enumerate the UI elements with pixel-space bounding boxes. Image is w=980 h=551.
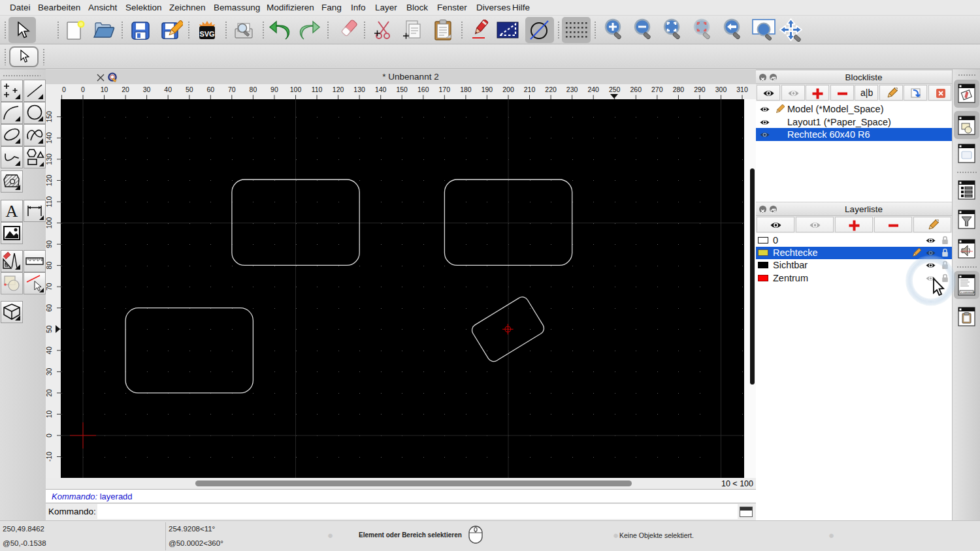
svg-text:210: 210 [524, 86, 536, 93]
svg-text:170: 170 [439, 86, 451, 93]
svg-text:40: 40 [46, 347, 53, 354]
svg-text:190: 190 [482, 86, 493, 93]
svg-text:130: 130 [46, 153, 53, 165]
svg-text:10: 10 [46, 410, 53, 418]
svg-text:10: 10 [101, 86, 108, 93]
svg-text:0: 0 [81, 86, 85, 93]
svg-text:40: 40 [164, 86, 172, 93]
svg-text:90: 90 [270, 86, 278, 93]
svg-text:0: 0 [46, 433, 53, 437]
svg-text:30: 30 [46, 368, 53, 375]
svg-text:100: 100 [290, 86, 302, 93]
svg-text:50: 50 [186, 86, 193, 93]
svg-text:230: 230 [566, 86, 578, 93]
svg-text:SVG: SVG [199, 30, 214, 38]
svg-text:60: 60 [46, 304, 53, 312]
svg-text:20: 20 [122, 86, 129, 93]
svg-text:180: 180 [460, 86, 472, 93]
svg-text:140: 140 [46, 132, 53, 144]
svg-text:280: 280 [673, 86, 685, 93]
svg-text:270: 270 [651, 86, 663, 93]
svg-text:300: 300 [715, 86, 727, 93]
svg-text:150: 150 [46, 111, 53, 123]
svg-text:70: 70 [228, 86, 236, 93]
svg-text:250: 250 [609, 86, 621, 93]
svg-text:A: A [6, 202, 18, 221]
svg-text:310: 310 [736, 86, 748, 93]
svg-text:20: 20 [46, 389, 53, 397]
svg-text:120: 120 [333, 86, 344, 93]
svg-text:50: 50 [46, 325, 53, 333]
svg-text:110: 110 [312, 86, 323, 93]
svg-text:0: 0 [62, 86, 66, 93]
svg-text:150: 150 [396, 86, 408, 93]
svg-text:80: 80 [46, 262, 53, 270]
svg-text:200: 200 [502, 86, 514, 93]
svg-text:240: 240 [587, 86, 599, 93]
svg-text:100: 100 [46, 217, 53, 229]
svg-text:-10: -10 [46, 452, 53, 462]
svg-text:30: 30 [143, 86, 151, 93]
svg-text:160: 160 [417, 86, 429, 93]
svg-text:140: 140 [375, 86, 387, 93]
svg-text:220: 220 [545, 86, 557, 93]
svg-text:260: 260 [630, 86, 642, 93]
svg-text:70: 70 [46, 283, 53, 291]
svg-text:110: 110 [46, 196, 53, 207]
svg-text:120: 120 [46, 174, 53, 186]
svg-text:130: 130 [353, 86, 365, 93]
svg-text:290: 290 [694, 86, 706, 93]
svg-text:80: 80 [250, 86, 257, 93]
svg-text:60: 60 [206, 86, 214, 93]
svg-text:90: 90 [46, 240, 53, 248]
